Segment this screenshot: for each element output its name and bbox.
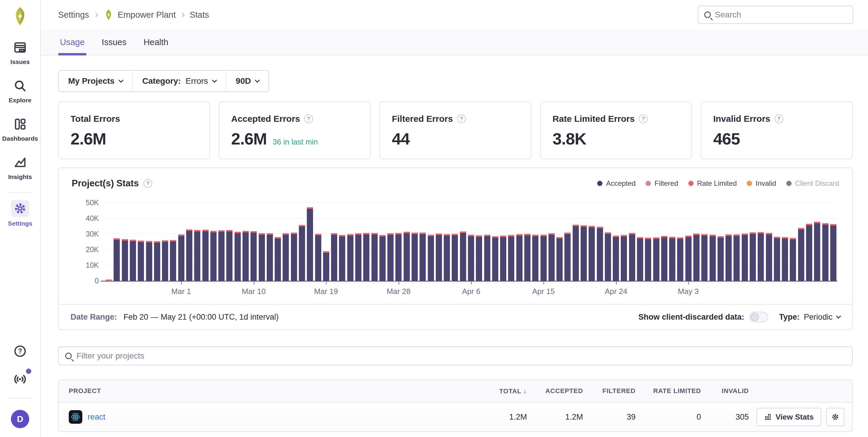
chart-bar[interactable] bbox=[798, 228, 804, 281]
chart-bar[interactable] bbox=[105, 279, 112, 281]
chart-bar[interactable] bbox=[226, 230, 232, 281]
info-icon[interactable]: ? bbox=[144, 179, 152, 188]
chart-bar[interactable] bbox=[637, 237, 643, 281]
chart-bar[interactable] bbox=[693, 234, 700, 281]
project-filter[interactable] bbox=[58, 346, 852, 365]
chart-bar[interactable] bbox=[468, 235, 474, 281]
chart-bar[interactable] bbox=[218, 230, 224, 281]
breadcrumb-settings[interactable]: Settings bbox=[58, 10, 89, 20]
legend-item-client-discard[interactable]: Client Discard bbox=[786, 179, 839, 188]
project-filter-input[interactable] bbox=[76, 351, 845, 361]
chart-bar[interactable] bbox=[500, 236, 506, 281]
chart-bar[interactable] bbox=[597, 227, 603, 281]
global-search-input[interactable] bbox=[715, 10, 847, 20]
tab-usage[interactable]: Usage bbox=[58, 30, 87, 55]
chart-bar[interactable] bbox=[339, 235, 345, 281]
chart-bar[interactable] bbox=[629, 233, 635, 281]
client-discard-toggle[interactable] bbox=[749, 312, 768, 322]
chart-bar[interactable] bbox=[734, 234, 740, 281]
chart-bar[interactable] bbox=[315, 234, 321, 281]
chart-bar[interactable] bbox=[379, 235, 385, 281]
chart-bar[interactable] bbox=[476, 235, 482, 281]
chart-bar[interactable] bbox=[114, 238, 120, 281]
type-dropdown[interactable]: Type: Periodic bbox=[779, 312, 840, 322]
chart-bar[interactable] bbox=[291, 233, 297, 281]
chart-bar[interactable] bbox=[782, 237, 788, 281]
chart-bar[interactable] bbox=[186, 229, 192, 281]
chart-bar[interactable] bbox=[822, 223, 829, 281]
col-invalid[interactable]: INVALID bbox=[701, 387, 749, 395]
chart-bar[interactable] bbox=[194, 230, 200, 281]
category-filter-dropdown[interactable]: Category: Errors bbox=[132, 71, 226, 92]
chart-bar[interactable] bbox=[411, 233, 418, 281]
chart-bar[interactable] bbox=[701, 234, 708, 281]
chart-bar[interactable] bbox=[388, 233, 394, 281]
chart-bar[interactable] bbox=[484, 235, 490, 281]
chart-bar[interactable] bbox=[645, 238, 651, 281]
chart-bar[interactable] bbox=[669, 237, 675, 281]
chart-bar[interactable] bbox=[259, 233, 265, 281]
chart-bar[interactable] bbox=[758, 232, 764, 281]
breadcrumb-organization[interactable]: Empower Plant bbox=[103, 9, 176, 20]
chart-bar[interactable] bbox=[130, 240, 136, 281]
chart-bar[interactable] bbox=[347, 234, 353, 281]
chart-bar[interactable] bbox=[395, 233, 402, 281]
chart-bar[interactable] bbox=[573, 225, 579, 281]
legend-item-accepted[interactable]: Accepted bbox=[597, 179, 636, 188]
chart-bar[interactable] bbox=[774, 237, 780, 281]
period-filter-dropdown[interactable]: 90D bbox=[226, 71, 269, 92]
chart-bar[interactable] bbox=[355, 233, 362, 281]
chart-bar[interactable] bbox=[710, 235, 716, 281]
chart-bar[interactable] bbox=[605, 232, 611, 281]
chart-bar[interactable] bbox=[299, 225, 305, 281]
chart-bar[interactable] bbox=[653, 237, 659, 281]
chart-bar[interactable] bbox=[549, 233, 555, 281]
chart-bar[interactable] bbox=[178, 234, 184, 281]
col-rate-limited[interactable]: RATE LIMITED bbox=[636, 387, 701, 395]
chart-bar[interactable] bbox=[564, 233, 570, 281]
info-icon[interactable]: ? bbox=[639, 114, 648, 123]
help-button[interactable]: ? bbox=[13, 344, 27, 359]
chart-bar[interactable] bbox=[750, 232, 756, 281]
chart-bar[interactable] bbox=[492, 236, 498, 281]
legend-item-filtered[interactable]: Filtered bbox=[646, 179, 678, 188]
legend-item-invalid[interactable]: Invalid bbox=[747, 179, 776, 188]
chart-bar[interactable] bbox=[460, 232, 466, 281]
user-avatar[interactable]: D bbox=[11, 410, 29, 428]
chart-bar[interactable] bbox=[428, 235, 434, 281]
chart-bar[interactable] bbox=[146, 241, 152, 281]
chart-bar[interactable] bbox=[162, 240, 168, 281]
info-icon[interactable]: ? bbox=[774, 114, 783, 123]
chart-bar[interactable] bbox=[235, 232, 241, 281]
view-stats-button[interactable]: View Stats bbox=[756, 408, 822, 426]
chart-bar[interactable] bbox=[404, 232, 410, 281]
chart-bar[interactable] bbox=[444, 234, 450, 281]
chart-bar[interactable] bbox=[685, 236, 691, 281]
sidebar-item-issues[interactable]: Issues bbox=[10, 39, 30, 65]
breadcrumb-stats[interactable]: Stats bbox=[189, 10, 209, 20]
project-link[interactable]: react bbox=[88, 412, 105, 422]
chart-bar[interactable] bbox=[122, 239, 128, 281]
chart-bar[interactable] bbox=[436, 234, 442, 281]
col-filtered[interactable]: FILTERED bbox=[583, 387, 636, 395]
chart-bar[interactable] bbox=[742, 234, 748, 281]
chart-bar[interactable] bbox=[717, 236, 724, 281]
chart-bar[interactable] bbox=[371, 233, 378, 281]
chart-bar[interactable] bbox=[581, 225, 587, 281]
chart-bar[interactable] bbox=[323, 251, 329, 281]
chart-bar[interactable] bbox=[516, 234, 523, 281]
chart-bar[interactable] bbox=[613, 236, 619, 281]
chart-bar[interactable] bbox=[508, 235, 514, 281]
tab-health[interactable]: Health bbox=[142, 30, 170, 55]
sidebar-item-settings[interactable]: Settings bbox=[8, 200, 32, 227]
chart-bar[interactable] bbox=[524, 234, 530, 281]
chart-bar[interactable] bbox=[830, 224, 836, 281]
col-total[interactable]: TOTAL↓ bbox=[466, 387, 527, 395]
org-logo-icon[interactable] bbox=[10, 6, 30, 27]
info-icon[interactable]: ? bbox=[304, 114, 313, 123]
chart-bar[interactable] bbox=[806, 224, 812, 281]
chart-bar[interactable] bbox=[677, 237, 683, 281]
broadcast-button[interactable] bbox=[13, 372, 27, 388]
projects-filter-dropdown[interactable]: My Projects bbox=[59, 71, 132, 92]
chart-bar[interactable] bbox=[267, 233, 273, 281]
